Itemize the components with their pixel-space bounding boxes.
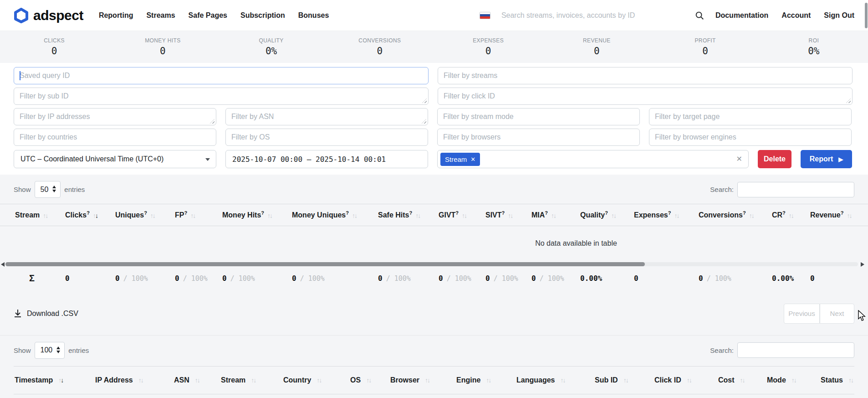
column-header[interactable]: ASN↑↓ — [173, 366, 220, 394]
os-input[interactable] — [225, 129, 428, 146]
next-page-button[interactable]: Next — [820, 304, 854, 324]
column-header[interactable]: CR?↑↓ — [771, 204, 809, 226]
click-id-input[interactable] — [438, 88, 853, 105]
page-size-select[interactable]: 100 — [35, 342, 65, 359]
streams-filter-input[interactable] — [438, 67, 853, 84]
sort-icon[interactable]: ↑↓ — [611, 212, 616, 219]
report-table-search-input[interactable] — [737, 182, 854, 197]
delete-button[interactable]: Delete — [758, 150, 791, 168]
hint-icon[interactable]: ? — [782, 210, 786, 216]
sort-icon[interactable]: ↑↓ — [847, 212, 851, 219]
column-header[interactable]: Stream↑↓ — [220, 366, 282, 394]
scroll-right-arrow-icon[interactable] — [861, 262, 864, 267]
nav-link[interactable]: Account — [781, 11, 811, 20]
sub-id-input[interactable] — [14, 88, 429, 105]
sort-icon[interactable]: ↑↓ — [560, 377, 565, 384]
sort-icon[interactable]: ↑↓ — [138, 377, 143, 384]
hint-icon[interactable]: ? — [545, 210, 548, 216]
sort-icon[interactable]: ↑↓ — [352, 212, 357, 219]
browser-engines-input[interactable] — [649, 129, 852, 146]
sort-icon[interactable]: ↑↓ — [623, 377, 628, 384]
sort-icon[interactable]: ↑↓ — [150, 212, 155, 219]
sort-icon[interactable]: ↑↓ — [789, 212, 793, 219]
sort-icon[interactable]: ↑↓ — [687, 377, 691, 384]
column-header[interactable]: GIVT?↑↓ — [438, 204, 485, 226]
column-header[interactable]: Mode↑↓ — [766, 366, 820, 394]
hint-icon[interactable]: ? — [346, 210, 349, 216]
nav-link[interactable]: Subscription — [240, 11, 285, 20]
vertical-scrollbar-thumb[interactable] — [865, 3, 868, 28]
sort-icon[interactable]: ↑↓ — [848, 377, 853, 384]
sort-icon[interactable]: ↑↓ — [415, 212, 420, 219]
group-by-tagbox[interactable]: Stream ✕ ✕ — [437, 150, 749, 168]
global-search-input[interactable] — [501, 7, 684, 24]
column-header[interactable]: Uniques?↑↓ — [114, 204, 174, 226]
column-header[interactable]: FP?↑↓ — [174, 204, 221, 226]
sort-icon[interactable]: ↑↓ — [43, 212, 47, 219]
brand[interactable]: adspect — [14, 8, 83, 23]
clicks-table-search-input[interactable] — [737, 342, 854, 358]
group-tag-stream[interactable]: Stream ✕ — [440, 153, 480, 166]
sort-icon[interactable]: ↑↓ — [486, 377, 490, 384]
nav-link[interactable]: Sign Out — [824, 11, 854, 20]
sort-icon[interactable]: ↑↓ — [749, 212, 754, 219]
column-header[interactable]: Money Uniques?↑↓ — [291, 204, 377, 226]
search-icon[interactable] — [694, 10, 705, 21]
previous-page-button[interactable]: Previous — [784, 304, 820, 324]
download-csv-button[interactable]: Download .CSV — [14, 309, 78, 318]
sort-icon[interactable]: ↑↓ — [740, 377, 745, 384]
sort-icon[interactable]: ↑↓ — [58, 377, 63, 384]
sort-icon[interactable]: ↑↓ — [251, 377, 255, 384]
column-header[interactable]: OS↑↓ — [349, 366, 389, 394]
sort-icon[interactable]: ↑↓ — [190, 212, 195, 219]
nav-link[interactable]: Safe Pages — [189, 11, 227, 20]
column-header[interactable]: Browser↑↓ — [389, 366, 455, 394]
hint-icon[interactable]: ? — [668, 210, 671, 216]
column-header[interactable]: Conversions?↑↓ — [698, 204, 771, 226]
hint-icon[interactable]: ? — [144, 210, 147, 216]
sort-icon[interactable]: ↑↓ — [195, 377, 199, 384]
sort-icon[interactable]: ↑↓ — [93, 212, 97, 219]
column-header[interactable]: Engine↑↓ — [455, 366, 516, 394]
nav-link[interactable]: Streams — [146, 11, 175, 20]
sort-icon[interactable]: ↑↓ — [317, 377, 321, 384]
hint-icon[interactable]: ? — [261, 210, 264, 216]
column-header[interactable]: Sub ID↑↓ — [594, 366, 654, 394]
column-header[interactable]: Clicks?↑↓ — [64, 204, 114, 226]
nav-link[interactable]: Reporting — [99, 11, 133, 20]
column-header[interactable]: MIA?↑↓ — [531, 204, 579, 226]
scroll-left-arrow-icon[interactable] — [1, 262, 5, 267]
sort-icon[interactable]: ↑↓ — [791, 377, 796, 384]
sort-icon[interactable]: ↑↓ — [425, 377, 429, 384]
column-header[interactable]: Country↑↓ — [282, 366, 349, 394]
hint-icon[interactable]: ? — [605, 210, 608, 216]
column-header[interactable]: Quality?↑↓ — [579, 204, 633, 226]
stream-mode-input[interactable] — [437, 108, 640, 125]
column-header[interactable]: Revenue?↑↓ — [809, 204, 854, 226]
scrollbar-thumb[interactable] — [5, 262, 645, 266]
sort-icon[interactable]: ↑↓ — [366, 377, 371, 384]
nav-link[interactable]: Documentation — [715, 11, 768, 20]
page-size-select[interactable]: 50 — [35, 181, 61, 198]
asn-input[interactable] — [225, 108, 428, 125]
hint-icon[interactable]: ? — [87, 210, 90, 216]
nav-link[interactable]: Bonuses — [298, 11, 329, 20]
column-header[interactable]: Safe Hits?↑↓ — [377, 204, 438, 226]
hint-icon[interactable]: ? — [409, 210, 412, 216]
hint-icon[interactable]: ? — [455, 210, 459, 216]
saved-query-input[interactable] — [14, 67, 429, 84]
target-page-input[interactable] — [649, 108, 852, 125]
sort-icon[interactable]: ↑↓ — [674, 212, 679, 219]
column-header[interactable]: Timestamp↑↓ — [14, 366, 94, 394]
hint-icon[interactable]: ? — [502, 210, 505, 216]
column-header[interactable]: Status↑↓ — [820, 366, 854, 394]
column-header[interactable]: Languages↑↓ — [516, 366, 594, 394]
hint-icon[interactable]: ? — [841, 210, 844, 216]
column-header[interactable]: IP Address↑↓ — [94, 366, 173, 394]
sort-icon[interactable]: ↑↓ — [267, 212, 272, 219]
remove-tag-icon[interactable]: ✕ — [470, 156, 475, 163]
hint-icon[interactable]: ? — [743, 210, 746, 216]
report-button[interactable]: Report ▶ — [801, 150, 852, 168]
ip-input[interactable] — [14, 108, 216, 125]
column-header[interactable]: SIVT?↑↓ — [485, 204, 531, 226]
